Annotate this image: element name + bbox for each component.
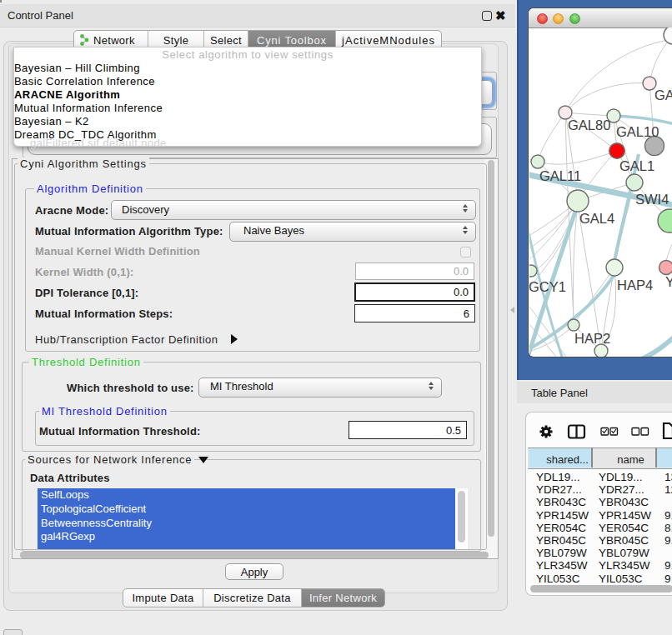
svg-text:GAL: GAL xyxy=(654,88,672,102)
svg-text:SWI4: SWI4 xyxy=(635,192,669,207)
svg-text:HAP4: HAP4 xyxy=(617,278,653,292)
svg-text:Y: Y xyxy=(665,274,672,289)
svg-text:GAL80: GAL80 xyxy=(568,118,610,132)
svg-text:GCY1: GCY1 xyxy=(529,279,566,294)
svg-text:HAP2: HAP2 xyxy=(574,331,610,346)
svg-text:GAL1: GAL1 xyxy=(619,158,654,173)
svg-text:GAL11: GAL11 xyxy=(539,168,581,183)
svg-text:GAL4: GAL4 xyxy=(579,211,614,226)
svg-text:GAL10: GAL10 xyxy=(616,124,659,139)
